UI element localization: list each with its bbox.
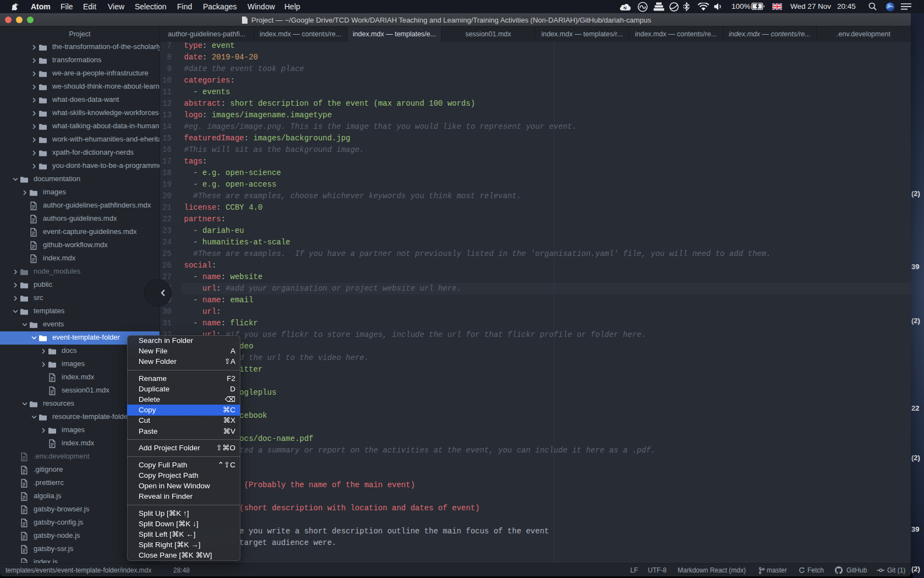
svg-text:N: N <box>624 6 626 10</box>
